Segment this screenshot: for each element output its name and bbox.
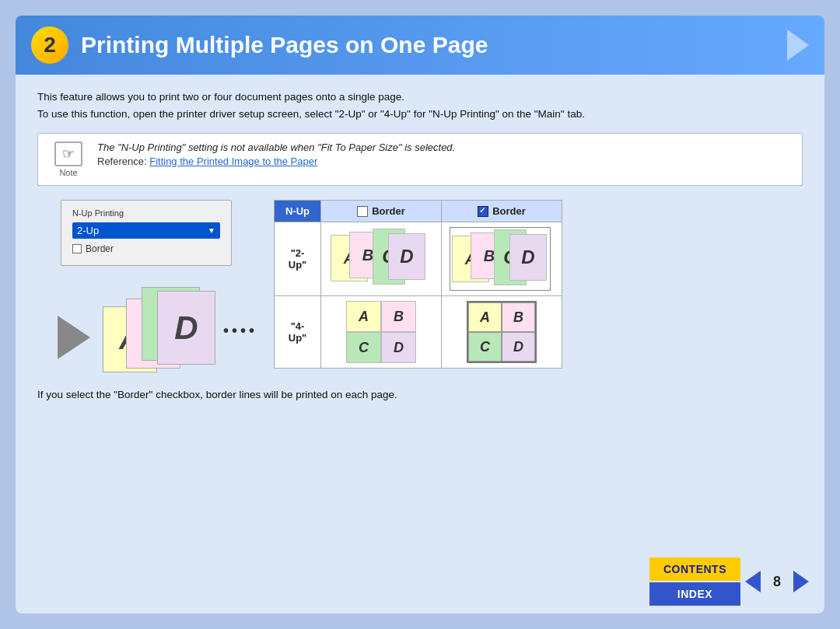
note-reference-link[interactable]: Fitting the Printed Image to the Paper <box>149 156 317 167</box>
note-box: ☞ Note The "N-Up Printing" setting is no… <box>37 133 803 186</box>
note-label: Note <box>59 168 77 177</box>
th-nup: N-Up <box>275 201 321 222</box>
stacked-pages: A B C D •••• <box>103 283 235 376</box>
finger-icon: ☞ <box>62 145 75 162</box>
chapter-badge: 2 <box>31 26 68 64</box>
nup-select-value: 2-Up <box>77 225 99 236</box>
contents-button[interactable]: CONTENTS <box>649 557 740 581</box>
big-arrow <box>58 292 90 359</box>
intro-text: This feature allows you to print two or … <box>37 89 803 122</box>
4up-noborder-preview: A B C D <box>346 301 416 363</box>
nup-widget: N-Up Printing 2-Up ▼ Border <box>61 200 232 266</box>
body-content: This feature allows you to print two or … <box>16 75 824 414</box>
next-page-button[interactable] <box>793 571 809 592</box>
row-4up: "4-Up" A B C D <box>275 296 562 369</box>
note-text: The "N-Up Printing" setting is not avail… <box>97 142 455 153</box>
th-checkbox-unchecked-icon <box>357 206 368 217</box>
comparison-table-wrapper: N-Up Border Border <box>274 200 562 369</box>
td-2up-label: "2-Up" <box>275 222 321 296</box>
4up-nb-d: D <box>381 332 416 363</box>
demo-area: N-Up Printing 2-Up ▼ Border <box>37 200 803 376</box>
note-icon: ☞ <box>54 142 82 166</box>
2up-noborder-preview: A B C D <box>329 227 430 291</box>
comparison-table: N-Up Border Border <box>274 200 562 369</box>
td-4up-border: A B C D <box>442 296 562 369</box>
page-number: 8 <box>765 574 789 590</box>
dots: •••• <box>223 322 257 340</box>
td-2up-border: A B C D <box>442 222 562 296</box>
th-checkbox-checked-icon <box>478 206 488 217</box>
note-reference: Reference: Fitting the Printed Image to … <box>97 156 455 167</box>
page-header: 2 Printing Multiple Pages on One Page <box>16 16 824 75</box>
row-2up: "2-Up" A B C D <box>275 222 562 296</box>
footer-navigation: CONTENTS INDEX 8 <box>649 557 809 606</box>
left-demo: N-Up Printing 2-Up ▼ Border <box>37 200 255 376</box>
border-checkbox[interactable] <box>72 244 82 253</box>
note-icon-area: ☞ Note <box>49 142 88 177</box>
2up-b-d: D <box>509 234 547 281</box>
4up-b-b: B <box>502 302 535 332</box>
intro-line2: To use this function, open the printer d… <box>37 106 803 123</box>
nup-select-dropdown[interactable]: 2-Up ▼ <box>72 222 220 239</box>
main-container: 2 Printing Multiple Pages on One Page Th… <box>16 16 824 613</box>
td-4up-label: "4-Up" <box>275 296 321 369</box>
4up-nb-a: A <box>346 301 381 332</box>
border-checkbox-label: Border <box>86 243 114 254</box>
4up-b-a: A <box>468 302 502 332</box>
dropdown-arrow-icon: ▼ <box>208 226 215 235</box>
4up-b-c: C <box>468 332 502 362</box>
4up-b-d: D <box>502 332 535 362</box>
th-border-checked-row: Border <box>450 205 554 217</box>
border-checkbox-row: Border <box>72 243 220 254</box>
arrow-pages-row: A B C D •••• <box>58 275 235 376</box>
bottom-text: If you select the "Border" checkbox, bor… <box>37 389 803 400</box>
page-title: Printing Multiple Pages on One Page <box>81 32 488 58</box>
note-content: The "N-Up Printing" setting is not avail… <box>97 142 455 167</box>
4up-nb-b: B <box>381 301 416 332</box>
nup-widget-label: N-Up Printing <box>72 208 220 218</box>
th-border-unchecked: Border <box>321 201 442 222</box>
td-2up-noborder: A B C D <box>321 222 442 296</box>
th-border-checked: Border <box>442 201 562 222</box>
th-border-unchecked-row: Border <box>329 205 433 217</box>
index-button[interactable]: INDEX <box>649 582 740 606</box>
td-4up-noborder: A B C D <box>321 296 442 369</box>
4up-border-preview: A B C D <box>467 301 537 363</box>
2up-border-preview: A B C D <box>450 227 551 291</box>
4up-nb-c: C <box>346 332 381 363</box>
2up-nb-d: D <box>388 233 425 280</box>
header-arrow-icon <box>787 30 809 61</box>
big-arrow-icon <box>58 316 90 359</box>
intro-line1: This feature allows you to print two or … <box>37 89 803 106</box>
prev-page-button[interactable] <box>745 571 761 592</box>
page-d: D <box>157 291 215 365</box>
footer-buttons: CONTENTS INDEX <box>649 557 740 606</box>
